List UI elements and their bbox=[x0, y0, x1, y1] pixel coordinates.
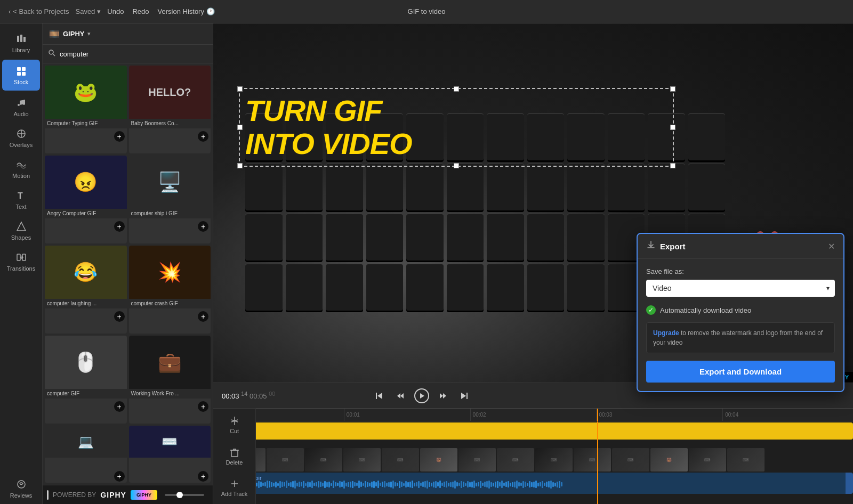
list-item[interactable]: HELLO? + Baby Boomers Co... bbox=[129, 66, 211, 153]
list-item[interactable]: 🐸 + Computer Typing GIF bbox=[45, 66, 127, 153]
list-item[interactable]: ⌨️ + bbox=[129, 426, 211, 483]
waveform-bar bbox=[337, 483, 339, 486]
key-12 bbox=[688, 113, 726, 160]
export-save-as-label: Save file as: bbox=[646, 267, 835, 275]
waveform-bar bbox=[503, 483, 505, 486]
handle-top-right[interactable] bbox=[670, 86, 675, 92]
sidebar-item-audio[interactable]: Audio bbox=[0, 92, 42, 123]
sidebar-item-transitions[interactable]: Transitions bbox=[0, 246, 42, 277]
waveform-bar bbox=[480, 481, 481, 488]
text-track-content[interactable] bbox=[224, 422, 853, 440]
waveform-bar bbox=[439, 481, 441, 488]
timeline-playhead[interactable] bbox=[597, 421, 598, 504]
text-track-bar[interactable] bbox=[228, 422, 853, 440]
volume-slider[interactable] bbox=[165, 494, 204, 496]
skip-to-end-button[interactable] bbox=[457, 388, 472, 403]
handle-bottom-left[interactable] bbox=[237, 163, 243, 168]
key-33 bbox=[567, 214, 605, 261]
cut-button[interactable]: Cut bbox=[213, 411, 255, 438]
gif-add-button-6[interactable]: + bbox=[198, 311, 208, 322]
handle-right-middle[interactable] bbox=[670, 125, 675, 130]
handle-left-middle[interactable] bbox=[237, 125, 243, 130]
title-text: GIF to video bbox=[408, 7, 446, 15]
export-and-download-button[interactable]: Export and Download bbox=[646, 361, 835, 383]
handle-top-middle[interactable] bbox=[454, 86, 459, 92]
sidebar-item-text[interactable]: T Text bbox=[0, 184, 42, 215]
list-item[interactable]: 🖥️ + computer ship i GIF bbox=[129, 156, 211, 243]
handle-bottom-right[interactable] bbox=[670, 163, 675, 168]
waveform-bar bbox=[392, 481, 394, 489]
sidebar-item-motion[interactable]: Motion bbox=[0, 153, 42, 184]
waveform-bar bbox=[561, 482, 562, 486]
export-close-button[interactable]: ✕ bbox=[828, 241, 835, 251]
waveform-bar bbox=[446, 481, 447, 487]
gif-add-button-9[interactable]: + bbox=[114, 471, 125, 482]
rewind-button[interactable] bbox=[393, 388, 408, 403]
gif-add-button-10[interactable]: + bbox=[198, 471, 208, 482]
sidebar-item-overlays[interactable]: Overlays bbox=[0, 123, 42, 153]
waveform-bar bbox=[405, 481, 407, 487]
fast-forward-button[interactable] bbox=[436, 388, 450, 403]
version-history-button[interactable]: Version History 🕐 bbox=[158, 7, 215, 15]
skip-to-start-button[interactable] bbox=[372, 388, 387, 403]
add-track-button[interactable]: Add Track bbox=[213, 474, 255, 501]
list-item[interactable]: 🖱️ + computer GIF bbox=[45, 336, 127, 424]
panel-source-dropdown[interactable]: ▾ bbox=[87, 30, 91, 37]
audio-track-bar[interactable]: Disco Noir bbox=[228, 473, 853, 494]
redo-button[interactable]: Redo bbox=[132, 7, 149, 15]
video-track-content[interactable]: ⌨ ⌨ ⌨ ⌨ ⌨ 🐻 ⌨ ⌨ ⌨ ⌨ ⌨ 🐻 ⌨ bbox=[224, 448, 853, 465]
list-item[interactable]: 💻 + bbox=[45, 426, 127, 483]
sidebar-item-stock[interactable]: Stock bbox=[2, 60, 40, 91]
waveform-bar bbox=[279, 481, 281, 488]
gif-add-button-1[interactable]: + bbox=[114, 131, 125, 142]
video-track-bar[interactable]: ⌨ ⌨ ⌨ ⌨ ⌨ 🐻 ⌨ ⌨ ⌨ ⌨ ⌨ 🐻 ⌨ bbox=[228, 448, 853, 472]
list-item[interactable]: 💼 + Working Work Fro ... bbox=[129, 336, 211, 424]
undo-button[interactable]: Undo bbox=[107, 7, 124, 15]
list-item[interactable]: 💥 + computer crash GIF bbox=[129, 246, 211, 334]
sidebar-item-library[interactable]: Library bbox=[0, 28, 42, 59]
handle-bottom-middle[interactable] bbox=[454, 163, 459, 168]
video-frame-6: 🐻 bbox=[420, 448, 457, 472]
key-45 bbox=[567, 264, 605, 311]
audio-end-handle[interactable] bbox=[846, 473, 853, 494]
waveform-bar bbox=[484, 482, 486, 487]
gif-add-button-7[interactable]: + bbox=[114, 401, 125, 412]
text-overlay[interactable]: TURN GIF INTO VIDEO bbox=[239, 88, 674, 166]
gif-add-button-2[interactable]: + bbox=[198, 131, 208, 142]
waveform-bar bbox=[531, 482, 533, 487]
gif-add-button-3[interactable]: + bbox=[114, 221, 125, 232]
back-to-projects-button[interactable]: ‹ < Back to Projects bbox=[9, 7, 69, 15]
key-43 bbox=[487, 264, 524, 311]
project-title: GIF to video bbox=[290, 7, 563, 15]
sidebar-item-reviews[interactable]: Reviews bbox=[0, 473, 42, 504]
search-input[interactable] bbox=[60, 50, 207, 58]
delete-button[interactable]: Delete bbox=[213, 443, 255, 470]
gif-add-button-4[interactable]: + bbox=[198, 221, 208, 232]
upgrade-link[interactable]: Upgrade bbox=[653, 329, 679, 337]
gif-add-button-5[interactable]: + bbox=[114, 311, 125, 322]
svg-text:T: T bbox=[18, 191, 23, 200]
shapes-icon bbox=[15, 221, 27, 232]
waveform-bar bbox=[341, 482, 343, 487]
reviews-icon bbox=[15, 478, 27, 490]
waveform-bar bbox=[305, 483, 307, 486]
export-format-select[interactable]: Video GIF Audio bbox=[646, 280, 835, 297]
current-time: 00:03 bbox=[222, 393, 239, 401]
audio-track-content[interactable]: Disco Noir bbox=[224, 473, 853, 490]
handle-top-left[interactable] bbox=[237, 86, 243, 92]
waveform-bar bbox=[458, 483, 460, 486]
waveform-bar bbox=[488, 481, 490, 489]
saved-button[interactable]: Saved ▾ bbox=[75, 7, 101, 15]
playback-controls bbox=[284, 388, 560, 403]
list-item[interactable]: 😠 + Angry Computer GIF bbox=[45, 156, 127, 243]
gif-add-button-8[interactable]: + bbox=[198, 401, 208, 412]
key-27 bbox=[326, 214, 363, 261]
gif-thumbnail-8: 💼 bbox=[129, 336, 211, 389]
key-19 bbox=[487, 164, 524, 210]
sidebar-stock-label: Stock bbox=[14, 79, 29, 85]
gif-label-8: Working Work Fro ... bbox=[129, 389, 211, 399]
auto-download-label: Automatically download video bbox=[660, 306, 751, 314]
list-item[interactable]: 😂 + computer laughing ... bbox=[45, 246, 127, 334]
play-button[interactable] bbox=[414, 388, 429, 403]
sidebar-item-shapes[interactable]: Shapes bbox=[0, 215, 42, 246]
